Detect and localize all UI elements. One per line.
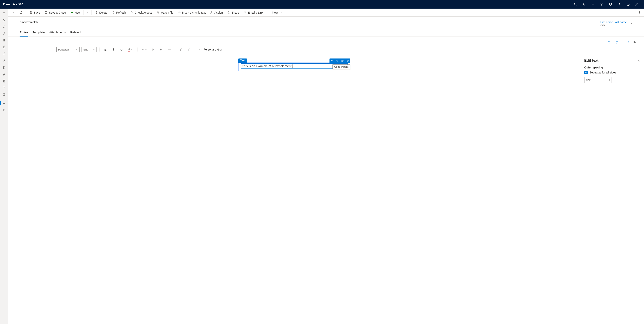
outer-spacing-label: Outer spacing [584,66,640,69]
pinned-icon[interactable] [0,30,8,37]
contacts-icon[interactable] [0,57,8,64]
text-element[interactable]: This is an example of a text element. [241,63,348,69]
tab-template[interactable]: Template [32,30,45,36]
app-title: Dynamics 365 [3,2,23,6]
toolbar-move-icon[interactable] [345,58,350,63]
svg-rect-59 [342,60,343,61]
email-link-button[interactable]: Email a Link [242,9,265,16]
lightbulb-icon[interactable] [580,0,588,8]
svg-point-37 [640,11,640,11]
help-icon[interactable] [615,0,623,8]
svg-point-35 [211,11,212,12]
underline-button[interactable]: U [118,47,124,52]
align-button[interactable] [140,47,148,52]
tab-editor[interactable]: Editor [20,30,28,36]
html-view-button[interactable]: HTML [625,40,639,43]
cmd-separator [26,10,26,15]
check-access-label: Check Access [135,11,152,14]
file-stack-icon[interactable] [0,50,8,57]
set-equal-label: Set equal for all sides [590,71,616,74]
print-icon[interactable] [0,78,8,84]
owner-block[interactable]: First name Last name Owner [600,20,627,26]
clipboard-icon[interactable] [0,44,8,50]
book-icon[interactable] [0,91,8,98]
font-color-button[interactable]: A [126,47,134,52]
flow-button[interactable]: Flow [266,9,285,16]
rt-separator [195,47,195,51]
tab-related[interactable]: Related [70,30,81,36]
bullet-list-button[interactable] [158,47,164,52]
unlink-button[interactable] [186,47,192,52]
editor-canvas[interactable]: Text This is an example of a text elemen… [8,55,580,324]
toolbar-duplicate-icon[interactable] [340,58,345,63]
add-icon[interactable] [589,0,597,8]
more-formatting-button[interactable] [166,47,172,52]
share-button[interactable]: Share [225,9,241,16]
close-panel-button[interactable] [637,59,640,62]
tools-icon[interactable] [0,71,8,78]
search-icon[interactable] [571,0,579,8]
feedback-icon[interactable] [624,0,632,8]
tab-attachments[interactable]: Attachments [49,30,66,36]
home-icon[interactable] [0,16,8,23]
top-nav-bar: Dynamics 365 [0,0,644,8]
assign-button[interactable]: Assign [208,9,225,16]
cmd-separator [84,10,84,15]
save-button[interactable]: Save [27,9,42,16]
bold-button[interactable]: B [102,47,108,52]
note-icon[interactable] [0,84,8,91]
svg-point-4 [610,4,611,4]
back-button[interactable] [10,9,18,16]
more-commands-button[interactable] [637,9,642,16]
real-time-icon[interactable] [0,37,8,44]
personalization-button[interactable]: Personalization [198,48,224,51]
spacing-stepper[interactable]: ▲▼ [608,79,610,81]
attach-file-button[interactable]: Attach file [155,9,175,16]
toolbar-back-icon[interactable] [330,58,335,63]
toolbar-delete-icon[interactable] [335,58,340,63]
font-size-select[interactable]: Size [82,47,97,52]
flow-label: Flow [272,11,278,14]
settings-icon[interactable] [606,0,614,8]
undo-button[interactable] [606,39,612,45]
rt-separator [137,47,138,51]
refresh-button[interactable]: Refresh [110,9,128,16]
template-editor-icon[interactable] [0,100,8,107]
menu-toggle-icon[interactable] [0,10,8,16]
paragraph-style-select[interactable]: Paragraph [56,47,80,52]
delete-button[interactable]: Delete [93,9,109,16]
cmd-separator [92,10,92,15]
italic-button[interactable]: I [110,47,116,52]
account-icon[interactable] [633,0,641,8]
html-label: HTML [630,40,638,43]
new-button[interactable]: New [68,9,82,16]
svg-point-17 [4,60,4,61]
paragraph-label: Paragraph [58,48,70,51]
owner-label: Owner [600,24,627,26]
new-dropdown-button[interactable] [85,9,90,16]
save-close-button[interactable]: Save & Close [42,9,68,16]
save-close-label: Save & Close [49,11,66,14]
owner-name: First name Last name [600,20,627,24]
header-expand-button[interactable] [630,22,633,25]
svg-point-52 [160,49,160,49]
recent-icon[interactable] [0,23,8,30]
bookmark-icon[interactable] [0,64,8,71]
size-label: Size [83,48,88,51]
svg-point-9 [636,3,638,4]
check-access-button[interactable]: Check Access [128,9,154,16]
open-new-window-button[interactable] [18,9,25,16]
insert-dynamic-button[interactable]: Insert dynamic text [176,9,208,16]
command-bar: Save Save & Close New Delete Refresh Che… [8,8,644,16]
svg-rect-26 [4,103,5,104]
page-icon[interactable] [0,107,8,113]
svg-rect-18 [4,80,5,81]
filter-icon[interactable] [598,0,606,8]
go-to-parent-tooltip: Go to Parent [332,64,350,69]
redo-button[interactable] [614,39,620,45]
numbered-list-button[interactable]: 123 [150,47,156,52]
svg-rect-36 [244,12,246,13]
spacing-input[interactable]: 0px ▲▼ [584,77,612,83]
link-button[interactable] [178,47,184,52]
set-equal-checkbox[interactable] [584,71,588,74]
